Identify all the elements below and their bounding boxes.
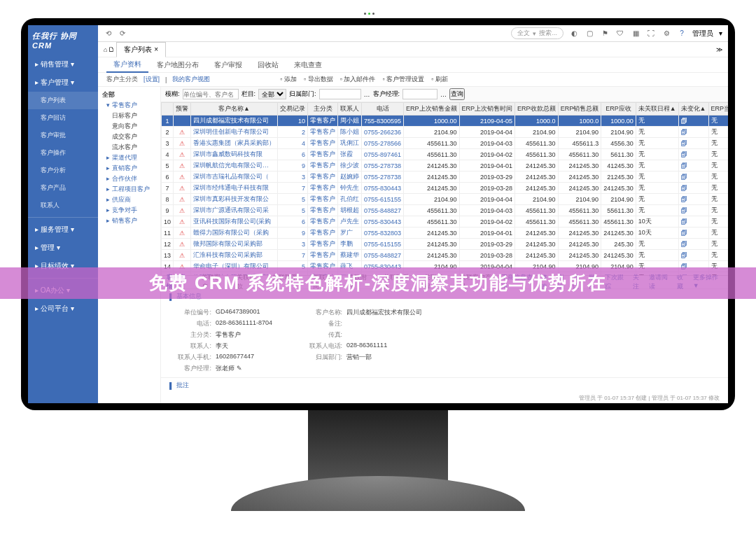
tree-item[interactable]: 日标客户: [101, 111, 158, 121]
tree-item[interactable]: 流水客户: [101, 142, 158, 153]
tree-item[interactable]: ▸ 供应商: [101, 195, 158, 205]
table-row[interactable]: 7⚠深圳市经纬通电子科技有限7零售客户钟先生0755-830443241245.…: [162, 183, 729, 194]
table-row[interactable]: 4⚠深圳市鑫威数码科技有限6零售客户张霞0755-897461455611.30…: [162, 149, 729, 160]
shield-icon[interactable]: 🛡: [615, 29, 625, 38]
tree-item[interactable]: 意向客户: [101, 121, 158, 132]
table-row[interactable]: 2⚠深圳明佳创新电子有限公司2零售客户陈小姐0755-2662362104.90…: [162, 127, 729, 138]
col-header[interactable]: ERP应收: [601, 103, 636, 115]
table-row[interactable]: 3⚠香港实惠集团（家具采购部）4零售客户巩俐江0755-278566455611…: [162, 138, 729, 149]
home-icon[interactable]: ⌂: [104, 46, 107, 53]
table-row[interactable]: 9⚠深圳市广源通讯有限公司采5零售客户胡根超0755-848827455611.…: [162, 205, 729, 216]
my-view-link[interactable]: 我的客户视图: [172, 75, 210, 84]
flag-icon[interactable]: ⚑: [600, 29, 610, 38]
toolbar-btn-1[interactable]: ▫ 导出数据: [304, 75, 333, 84]
toolbar-btn-3[interactable]: ▫ 客户管理设置: [382, 75, 424, 84]
tree-item[interactable]: ▸ 合作伙伴: [101, 174, 158, 184]
expand-icon[interactable]: ⛶: [646, 29, 656, 38]
sidebar-item-0[interactable]: ▸ 销售管理 ▾: [28, 55, 98, 74]
col-header[interactable]: ERP销售总额: [558, 103, 601, 115]
sidebar-item-3[interactable]: 客户回访: [28, 109, 98, 127]
table-row[interactable]: 12⚠微邦国际有限公司采购部3零售客户李鹏0755-615155241245.3…: [162, 239, 729, 250]
global-search[interactable]: 全文▾ 搜索...: [511, 27, 564, 39]
sidebar-item-4[interactable]: 客户审批: [28, 127, 98, 144]
sidebar: 任我行 协同CRM ▸ 销售管理 ▾▸ 客户管理 ▾客户列表客户回访客户审批客户…: [28, 25, 98, 403]
more-tabs-icon[interactable]: ≫: [716, 46, 722, 53]
sidebar-item-6[interactable]: 客户分析: [28, 162, 98, 179]
promo-banner: 免费 CRM 系统特色解析-深度洞察其功能与优势所在: [0, 267, 756, 299]
back-icon[interactable]: ⟲: [104, 29, 113, 38]
sidebar-item-2[interactable]: 客户列表: [28, 92, 98, 109]
category-tree: 全部▾ 零售客户日标客户意向客户成交客户流水客户▸ 渠道代理▸ 直销客户▸ 合作…: [98, 87, 161, 403]
table-row[interactable]: 11⚠赣得力国际有限公司（采购9零售客户罗广0755-832803241245.…: [162, 227, 729, 239]
toolbar-btn-0[interactable]: ▫ 添加: [280, 75, 297, 84]
doc-icon[interactable]: 🗋: [108, 46, 115, 53]
search-button[interactable]: 查询: [449, 88, 465, 100]
sidebar-item-10[interactable]: ▸ 管理 ▾: [28, 239, 98, 257]
app-screen: 任我行 协同CRM ▸ 销售管理 ▾▸ 客户管理 ▾客户列表客户回访客户审批客户…: [28, 25, 728, 403]
table-row[interactable]: 5⚠深圳帆航信光电有限公司…9零售客户徐少波0755-278738241245.…: [162, 160, 729, 172]
col-header[interactable]: 未关联日程▲: [636, 103, 678, 115]
tree-item[interactable]: 成交客户: [101, 132, 158, 142]
remark-title: ▌批注: [161, 378, 728, 393]
fuzzy-search-input[interactable]: [183, 89, 239, 99]
sidebar-item-5[interactable]: 客户操作: [28, 144, 98, 162]
col-header[interactable]: ERP当前销售金额: [708, 103, 728, 115]
tree-item[interactable]: ▸ 竞争对手: [101, 205, 158, 216]
subtab-4[interactable]: 来电查查: [287, 58, 329, 72]
subtab-2[interactable]: 客户审报: [207, 58, 249, 72]
chat-icon[interactable]: ▢: [584, 29, 594, 38]
forward-icon[interactable]: ⟳: [118, 29, 127, 38]
search-row: 模糊: 栏目: 全部 归属部门: … 客户经理: … 查询: [161, 87, 728, 102]
column-select[interactable]: 全部: [258, 89, 286, 99]
col-header[interactable]: 联系人: [338, 103, 362, 115]
table-row[interactable]: 8⚠深圳市真彩科技开发有限公5零售客户孔伯红0755-6151552104.90…: [162, 194, 729, 205]
window-tabs: ⌂ 🗋 客户列表 × ≫: [98, 42, 728, 57]
col-header[interactable]: ERP收款总额: [515, 103, 559, 115]
col-header[interactable]: ERP上次销售金额: [404, 103, 460, 115]
sidebar-item-9[interactable]: ▸ 服务管理 ▾: [28, 220, 98, 239]
subtab-0[interactable]: 客户资料: [106, 57, 148, 73]
col-header[interactable]: 预警: [174, 103, 191, 115]
detail-panel: 单位编号:GD4647389001电话:028-86361111-8704主分类…: [161, 304, 728, 378]
filter-bar: 客户主分类 [设置] | 我的客户视图 ▫ 添加▫ 导出数据▫ 加入邮件件▫ 客…: [98, 73, 728, 87]
tab-customer-list[interactable]: 客户列表 ×: [116, 42, 166, 57]
sidebar-item-8[interactable]: 联系人: [28, 197, 98, 214]
tree-item[interactable]: ▾ 零售客户: [101, 100, 158, 111]
col-header[interactable]: 客户名称▲: [191, 103, 278, 115]
grid-icon[interactable]: ▦: [631, 29, 640, 38]
user-label[interactable]: 管理员: [692, 29, 713, 38]
col-header[interactable]: 交易记录: [278, 103, 308, 115]
monitor-frame: 任我行 协同CRM ▸ 销售管理 ▾▸ 客户管理 ▾客户列表客户回访客户审批客户…: [21, 18, 735, 410]
tree-item[interactable]: ▸ 直销客户: [101, 163, 158, 174]
toolbar-btn-4[interactable]: ▫ 刷新: [431, 75, 448, 84]
col-header[interactable]: 电话: [362, 103, 404, 115]
col-header[interactable]: 主分类: [308, 103, 338, 115]
sidebar-item-13[interactable]: ▸ 公司平台 ▾: [28, 300, 98, 318]
sidebar-item-1[interactable]: ▸ 客户管理 ▾: [28, 74, 98, 92]
subtab-3[interactable]: 回收站: [251, 58, 286, 72]
col-header[interactable]: ERP上次销售时间: [459, 103, 515, 115]
table-row[interactable]: 1四川成都福宏技术有限公司10零售客户周小姐755-83005951000.00…: [162, 115, 729, 127]
customer-grid[interactable]: 预警客户名称▲交易记录主分类联系人电话ERP上次销售金额ERP上次销售时间ERP…: [161, 102, 728, 275]
monitor-base: [231, 476, 525, 511]
filter-settings-link[interactable]: [设置]: [144, 75, 160, 84]
tree-item[interactable]: ▸ 渠道代理: [101, 153, 158, 163]
gear-icon[interactable]: ⚙: [662, 29, 671, 38]
tree-item[interactable]: ▸ 销售客户: [101, 216, 158, 226]
toolbar-btn-2[interactable]: ▫ 加入邮件件: [340, 75, 376, 84]
col-header[interactable]: 未变化▲: [678, 103, 708, 115]
table-row[interactable]: 13⚠汇淮科技有限公司采购部7零售客户蔡建华0755-848827241245.…: [162, 250, 729, 261]
dept-input[interactable]: [319, 89, 361, 99]
tree-item[interactable]: ▸ 工程项目客户: [101, 184, 158, 195]
app-logo: 任我行 协同CRM: [28, 25, 98, 55]
table-row[interactable]: 6⚠深圳市吉瑞礼品有限公司（3零售客户赵婉婷0755-278738241245.…: [162, 172, 729, 183]
tree-item[interactable]: 全部: [101, 90, 158, 100]
user-avatar-icon[interactable]: ◐: [569, 29, 579, 38]
col-header[interactable]: [162, 103, 174, 115]
audit-footnote: 管理员 于 01-07 15:37 创建 | 管理员 于 01-07 15:37…: [161, 393, 728, 403]
sidebar-item-7[interactable]: 客户产品: [28, 179, 98, 197]
manager-input[interactable]: [402, 89, 438, 99]
table-row[interactable]: 10⚠亚讯科技国际有限公司(采购6零售客户卢先生0755-83044345561…: [162, 216, 729, 227]
help-icon[interactable]: ?: [677, 29, 687, 38]
subtab-1[interactable]: 客户地图分布: [150, 58, 206, 72]
